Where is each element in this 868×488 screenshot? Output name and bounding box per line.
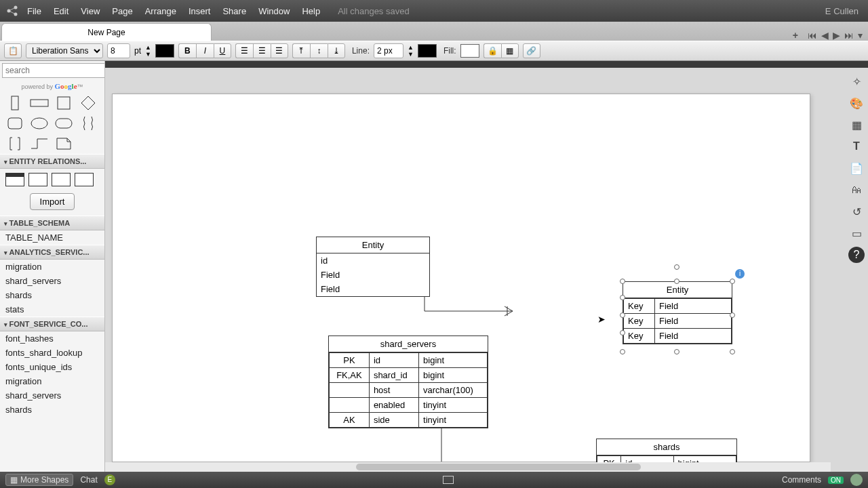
menu-edit[interactable]: Edit xyxy=(54,6,68,16)
shape-pill-icon[interactable] xyxy=(54,116,73,131)
add-page-button[interactable]: + xyxy=(793,30,798,41)
present-icon[interactable]: ▭ xyxy=(848,225,865,241)
font-item[interactable]: shards xyxy=(0,403,104,417)
section-entity-relations[interactable]: ENTITY RELATIONS... xyxy=(0,154,104,169)
section-table-schema[interactable]: TABLE_SCHEMA xyxy=(0,216,104,230)
text-tool-icon[interactable]: T xyxy=(848,138,865,155)
selection-handle[interactable] xyxy=(620,349,625,354)
comments-label[interactable]: Comments xyxy=(782,475,821,485)
selection-handle[interactable] xyxy=(730,349,735,354)
section-analytics[interactable]: ANALYTICS_SERVIC... xyxy=(0,245,104,260)
entity-shard-servers[interactable]: shard_servers PKidbigint FK,AKshard_idbi… xyxy=(328,336,488,428)
align-left-button[interactable]: ☰ xyxy=(235,43,253,58)
menu-file[interactable]: File xyxy=(27,6,41,16)
er-shape-2[interactable] xyxy=(28,173,47,186)
chat-label[interactable]: Chat xyxy=(80,475,97,485)
canvas-area[interactable]: Entity id Field Field Entity KeyField Ke… xyxy=(105,61,868,472)
comments-toggle[interactable]: ON xyxy=(828,476,844,484)
shape-bracket-icon[interactable] xyxy=(5,136,24,151)
more-shapes-button[interactable]: ▦ More Shapes xyxy=(5,474,73,486)
rotate-handle[interactable] xyxy=(674,264,679,270)
analytics-item[interactable]: migration xyxy=(0,260,104,274)
entity-simple[interactable]: Entity id Field Field xyxy=(316,237,430,297)
horizontal-scrollbar[interactable] xyxy=(105,462,831,472)
menu-page[interactable]: Page xyxy=(112,6,132,16)
navigator-icon[interactable]: ✧ xyxy=(848,73,865,89)
selection-handle[interactable] xyxy=(620,279,625,284)
help-icon[interactable]: ? xyxy=(848,247,865,263)
next-page-icon[interactable]: ▶ xyxy=(833,30,840,41)
page-tab[interactable]: New Page xyxy=(1,23,212,41)
shape-step-icon[interactable] xyxy=(30,136,49,151)
analytics-item[interactable]: shard_servers xyxy=(0,274,104,288)
menu-insert[interactable]: Insert xyxy=(189,6,211,16)
font-item[interactable]: fonts_unique_ids xyxy=(0,360,104,374)
font-item[interactable]: font_hashes xyxy=(0,331,104,346)
selection-handle[interactable] xyxy=(620,330,625,336)
shape-roundrect-icon[interactable] xyxy=(5,116,24,131)
er-shape-4[interactable] xyxy=(75,173,94,186)
shape-note-icon[interactable] xyxy=(54,136,73,151)
bold-button[interactable]: B xyxy=(178,43,196,58)
scrollbar-thumb[interactable] xyxy=(356,464,641,470)
shape-diamond-icon[interactable] xyxy=(79,96,98,110)
italic-button[interactable]: I xyxy=(196,43,214,58)
align-right-button[interactable]: ☰ xyxy=(271,43,288,58)
analytics-item[interactable]: shards xyxy=(0,288,104,302)
paste-style-button[interactable]: 📋 xyxy=(4,43,22,58)
align-center-button[interactable]: ☰ xyxy=(253,43,271,58)
underline-button[interactable]: U xyxy=(214,43,231,58)
line-width-stepper[interactable]: ▲▼ xyxy=(408,44,414,58)
font-item[interactable]: fonts_shard_lookup xyxy=(0,346,104,360)
shape-ellipse-icon[interactable] xyxy=(30,116,49,131)
history-icon[interactable]: ↺ xyxy=(848,203,865,220)
line-color-swatch[interactable] xyxy=(418,44,437,58)
valign-top-button[interactable]: ⤒ xyxy=(292,43,310,58)
shape-square-icon[interactable] xyxy=(54,96,73,110)
menu-share[interactable]: Share xyxy=(222,6,246,16)
search-input[interactable] xyxy=(2,63,105,78)
text-color-swatch[interactable] xyxy=(155,44,174,58)
menu-arrange[interactable]: Arrange xyxy=(145,6,176,16)
group-button[interactable]: ▦ xyxy=(501,43,519,58)
font-item[interactable]: shard_servers xyxy=(0,388,104,403)
schema-item[interactable]: TABLE_NAME xyxy=(0,230,104,245)
menu-view[interactable]: View xyxy=(81,6,100,16)
valign-middle-button[interactable]: ↕ xyxy=(310,43,328,58)
entity-keyvalue[interactable]: Entity KeyField KeyField KeyField xyxy=(623,281,732,344)
selection-handle[interactable] xyxy=(674,349,679,354)
er-shape-3[interactable] xyxy=(52,173,71,186)
lock-button[interactable]: 🔒 xyxy=(484,43,501,58)
font-size-stepper[interactable]: ▲▼ xyxy=(145,44,151,58)
present-mode-icon[interactable] xyxy=(443,476,454,484)
shape-brace-icon[interactable] xyxy=(79,116,98,131)
shape-vrect-icon[interactable] xyxy=(5,96,24,110)
info-badge-icon[interactable]: i xyxy=(735,269,745,279)
shape-hrect-icon[interactable] xyxy=(30,96,49,110)
line-width-input[interactable] xyxy=(374,43,403,58)
section-font-service[interactable]: FONT_SERVICE_CO... xyxy=(0,317,104,331)
font-size-input[interactable] xyxy=(107,43,130,58)
selection-handle[interactable] xyxy=(674,279,679,284)
first-page-icon[interactable]: ⏮ xyxy=(808,30,817,41)
er-shape-1[interactable] xyxy=(5,173,24,186)
font-item[interactable]: migration xyxy=(0,374,104,388)
import-button[interactable]: Import xyxy=(30,193,75,210)
selection-handle[interactable] xyxy=(620,312,625,318)
master-icon[interactable]: 🗛 xyxy=(848,182,865,198)
link-button[interactable]: 🔗 xyxy=(523,43,540,58)
selection-handle[interactable] xyxy=(730,312,735,318)
fill-color-swatch[interactable] xyxy=(460,44,479,58)
analytics-item[interactable]: stats xyxy=(0,302,104,317)
theme-icon[interactable]: 🎨 xyxy=(848,95,865,111)
page-icon[interactable]: 📄 xyxy=(848,160,865,176)
drawing-canvas[interactable]: Entity id Field Field Entity KeyField Ke… xyxy=(112,94,810,462)
font-select[interactable]: Liberation Sans xyxy=(26,43,103,58)
user-avatar[interactable] xyxy=(850,474,863,486)
layout-icon[interactable]: ▦ xyxy=(848,117,865,133)
last-page-icon[interactable]: ⏭ xyxy=(844,30,854,41)
valign-bottom-button[interactable]: ⤓ xyxy=(328,43,345,58)
prev-page-icon[interactable]: ◀ xyxy=(821,30,829,41)
selection-handle[interactable] xyxy=(620,295,625,300)
chat-user-badge[interactable]: E xyxy=(104,474,115,485)
